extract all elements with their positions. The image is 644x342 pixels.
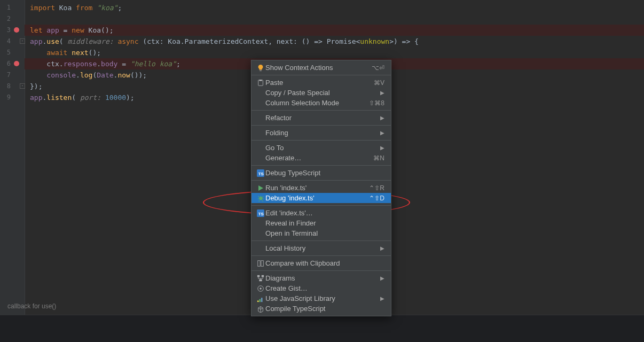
menu-item-debug-index-ts[interactable]: Debug 'index.ts'⌃⇧D [252, 193, 391, 203]
menu-item-column-selection-mode[interactable]: Column Selection Mode⇧⌘8 [252, 98, 391, 108]
menu-separator [252, 205, 391, 206]
blank-icon [256, 144, 265, 152]
menu-item-label: Use JavaScript Library [265, 294, 380, 302]
menu-item-reveal-in-finder[interactable]: Reveal in Finder [252, 218, 391, 228]
submenu-arrow-icon: ▶ [380, 90, 384, 96]
submenu-arrow-icon: ▶ [380, 245, 384, 251]
menu-item-folding[interactable]: Folding▶ [252, 128, 391, 138]
blank-icon [256, 154, 265, 162]
menu-item-label: Diagrams [265, 274, 380, 282]
menu-item-refactor[interactable]: Refactor▶ [252, 113, 391, 123]
menu-item-show-context-actions[interactable]: Show Context Actions⌥⏎ [252, 63, 391, 73]
line-number: 1 [0, 2, 11, 13]
line-number: 8 [0, 81, 11, 92]
js-icon [256, 294, 265, 303]
line-number: 2 [0, 13, 11, 25]
menu-item-use-javascript-library[interactable]: Use JavaScript Library▶ [252, 293, 391, 304]
menu-item-label: Copy / Paste Special [265, 89, 380, 97]
menu-item-copy-paste-special[interactable]: Copy / Paste Special▶ [252, 88, 391, 98]
menu-item-label: Generate… [265, 154, 373, 162]
code-line[interactable] [25, 13, 644, 25]
menu-shortcut: ⌃⇧R [369, 184, 384, 192]
svg-rect-9 [261, 260, 263, 266]
submenu-arrow-icon: ▶ [380, 296, 384, 301]
menu-item-compile-typescript[interactable]: Compile TypeScript [252, 304, 391, 314]
menu-item-label: Show Context Actions [265, 64, 372, 72]
menu-item-local-history[interactable]: Local History▶ [252, 243, 391, 253]
menu-item-label: Edit 'index.ts'… [265, 209, 384, 217]
svg-rect-2 [259, 79, 262, 81]
paste-icon [256, 79, 265, 87]
menu-item-open-in-terminal[interactable]: Open in Terminal [252, 228, 391, 238]
menu-item-go-to[interactable]: Go To▶ [252, 143, 391, 153]
svg-text:TS: TS [258, 211, 264, 216]
menu-item-create-gist[interactable]: Create Gist… [252, 283, 391, 293]
menu-item-label: Local History [265, 244, 380, 252]
line-number: 9 [0, 92, 11, 103]
code-line[interactable]: let app = new Koa(); [25, 25, 644, 36]
breakpoint-icon[interactable] [14, 27, 19, 33]
ts-icon: TS [256, 169, 265, 177]
menu-item-debug-typescript[interactable]: TSDebug TypeScript [252, 168, 391, 178]
menu-item-diagrams[interactable]: Diagrams▶ [252, 273, 391, 283]
menu-separator [252, 110, 391, 111]
blank-icon [256, 244, 265, 253]
menu-item-label: Column Selection Mode [265, 99, 369, 107]
code-line[interactable]: app.use( middleware: async (ctx: Koa.Par… [25, 36, 644, 47]
menu-item-generate[interactable]: Generate…⌘N [252, 153, 391, 163]
menu-item-compare-with-clipboard[interactable]: Compare with Clipboard [252, 258, 391, 268]
svg-rect-8 [258, 260, 260, 266]
svg-point-5 [259, 197, 263, 200]
svg-rect-10 [257, 275, 260, 277]
breakpoint-icon[interactable] [14, 61, 19, 66]
menu-shortcut: ⇧⌘8 [369, 99, 384, 107]
gutter: 1234-5678-9 [0, 0, 25, 342]
svg-text:TS: TS [258, 171, 264, 176]
menu-item-label: Open in Terminal [265, 229, 384, 237]
code-editor[interactable]: 1234-5678-9 import Koa from "koa";let ap… [0, 0, 644, 342]
menu-item-label: Paste [265, 79, 374, 87]
bulb-icon [256, 64, 265, 72]
menu-shortcut: ⌃⇧D [369, 195, 384, 202]
menu-item-label: Reveal in Finder [265, 219, 384, 227]
menu-separator [252, 75, 391, 75]
menu-item-run-index-ts[interactable]: Run 'index.ts'⌃⇧R [252, 183, 391, 193]
svg-point-14 [260, 287, 262, 290]
run-icon [256, 184, 265, 192]
svg-rect-16 [259, 299, 261, 301]
menu-item-edit-index-ts[interactable]: TSEdit 'index.ts'… [252, 208, 391, 218]
code-line[interactable]: import Koa from "koa"; [25, 2, 644, 13]
line-number: 7 [0, 69, 11, 81]
diagram-icon [256, 274, 265, 283]
gist-icon [256, 284, 265, 293]
bug-icon [256, 194, 265, 203]
menu-shortcut: ⌘V [374, 79, 384, 87]
context-menu[interactable]: Show Context Actions⌥⏎Paste⌘VCopy / Past… [251, 60, 391, 316]
menu-separator [252, 125, 391, 126]
menu-shortcut: ⌘N [373, 154, 384, 162]
blank-icon [256, 114, 265, 122]
submenu-arrow-icon: ▶ [380, 275, 384, 281]
submenu-arrow-icon: ▶ [380, 130, 384, 136]
blank-icon [256, 99, 265, 107]
inline-doc-hint: callback for use() [7, 302, 56, 310]
menu-item-paste[interactable]: Paste⌘V [252, 77, 391, 88]
compile-icon [256, 305, 265, 313]
status-bar [0, 315, 644, 342]
menu-separator [252, 240, 391, 241]
menu-item-label: Refactor [265, 114, 380, 122]
menu-separator [252, 165, 391, 166]
line-number: 6 [0, 58, 11, 69]
menu-item-label: Go To [265, 144, 380, 152]
menu-item-label: Create Gist… [265, 284, 384, 292]
code-line[interactable]: await next(); [25, 47, 644, 58]
menu-separator [252, 180, 391, 181]
svg-rect-11 [262, 275, 264, 277]
svg-rect-12 [259, 279, 262, 281]
submenu-arrow-icon: ▶ [380, 115, 384, 121]
submenu-arrow-icon: ▶ [380, 145, 384, 151]
blank-icon [256, 129, 265, 137]
menu-item-label: Compile TypeScript [265, 305, 384, 313]
menu-separator [252, 255, 391, 256]
menu-item-label: Debug TypeScript [265, 169, 384, 177]
